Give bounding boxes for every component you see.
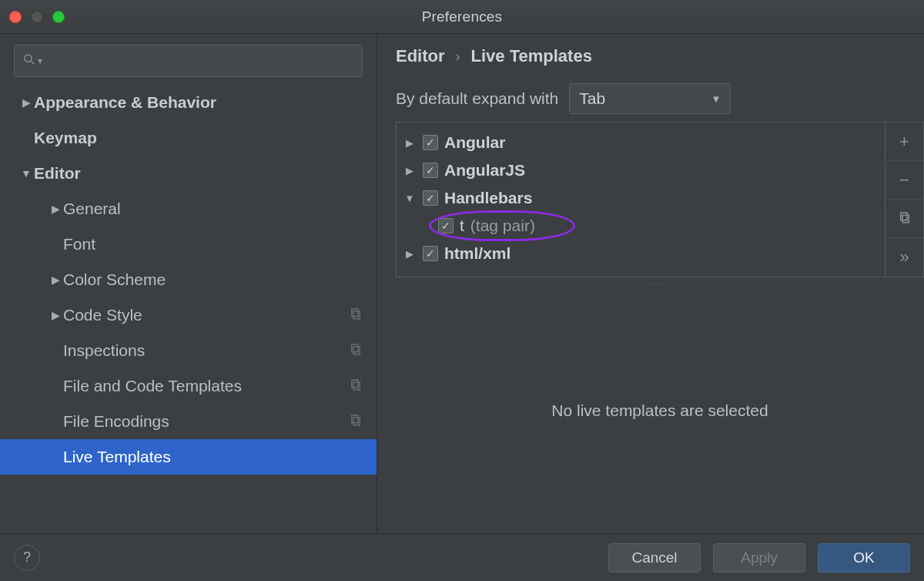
checkbox[interactable]: ✓ bbox=[423, 135, 438, 150]
breadcrumb-page: Live Templates bbox=[471, 46, 592, 66]
search-dropdown-icon[interactable]: ▾ bbox=[38, 55, 42, 66]
nav-item-code-style[interactable]: ▶Code Style bbox=[0, 297, 377, 333]
template-item-t[interactable]: ✓t (tag pair) bbox=[403, 212, 880, 240]
template-group-handlebars[interactable]: ▼✓Handlebars bbox=[403, 184, 880, 212]
scheme-icon bbox=[349, 306, 366, 324]
more-button[interactable]: » bbox=[886, 238, 923, 277]
disclosure-right-icon: ▶ bbox=[48, 274, 63, 286]
add-button[interactable]: + bbox=[886, 123, 923, 161]
checkbox[interactable]: ✓ bbox=[423, 246, 438, 261]
nav-item-label: Code Style bbox=[63, 306, 349, 324]
dialog-buttons: ? Cancel Apply OK bbox=[0, 533, 924, 581]
template-item-name: t bbox=[460, 217, 464, 235]
nav-item-inspections[interactable]: Inspections bbox=[0, 333, 377, 368]
settings-tree: ▶Appearance & BehaviorKeymap▼Editor▶Gene… bbox=[0, 85, 377, 533]
disclosure-right-icon: ▶ bbox=[403, 248, 417, 260]
template-group-angular[interactable]: ▶✓Angular bbox=[403, 129, 880, 156]
search-icon bbox=[22, 52, 36, 69]
nav-item-label: Keymap bbox=[34, 129, 366, 147]
sidebar: ▾ ▶Appearance & BehaviorKeymap▼Editor▶Ge… bbox=[0, 34, 377, 533]
template-group-angularjs[interactable]: ▶✓AngularJS bbox=[403, 156, 880, 184]
template-group-html-xml[interactable]: ▶✓html/xml bbox=[403, 240, 880, 267]
nav-item-label: File and Code Templates bbox=[63, 377, 349, 395]
svg-rect-6 bbox=[353, 382, 360, 390]
nav-item-label: Color Scheme bbox=[63, 270, 366, 289]
help-button[interactable]: ? bbox=[14, 545, 40, 571]
checkbox[interactable]: ✓ bbox=[438, 218, 454, 233]
nav-item-label: Appearance & Behavior bbox=[34, 93, 366, 112]
svg-point-0 bbox=[25, 55, 32, 62]
disclosure-right-icon: ▶ bbox=[48, 203, 63, 215]
checkbox[interactable]: ✓ bbox=[423, 190, 438, 206]
remove-button[interactable]: − bbox=[886, 161, 923, 200]
nav-item-font[interactable]: Font bbox=[0, 227, 377, 262]
window-title: Preferences bbox=[0, 8, 924, 25]
disclosure-right-icon: ▶ bbox=[48, 309, 63, 321]
content-pane: Editor › Live Templates By default expan… bbox=[377, 34, 924, 533]
breadcrumb-section[interactable]: Editor bbox=[396, 46, 445, 66]
template-item-desc: (tag pair) bbox=[470, 217, 535, 235]
templates-empty-message: No live templates are selected bbox=[396, 287, 924, 533]
disclosure-right-icon: ▶ bbox=[403, 165, 417, 176]
duplicate-button[interactable] bbox=[886, 200, 923, 238]
svg-rect-2 bbox=[353, 311, 360, 319]
nav-item-label: General bbox=[63, 200, 366, 218]
minimize-window-button[interactable] bbox=[31, 11, 43, 23]
disclosure-right-icon: ▶ bbox=[403, 137, 417, 149]
nav-item-keymap[interactable]: Keymap bbox=[0, 120, 377, 156]
template-group-label: Angular bbox=[444, 133, 505, 152]
close-window-button[interactable] bbox=[9, 11, 22, 23]
svg-rect-10 bbox=[902, 215, 909, 223]
apply-button[interactable]: Apply bbox=[713, 543, 805, 573]
expand-with-combo[interactable]: Tab ▼ bbox=[569, 83, 731, 114]
ok-button[interactable]: OK bbox=[818, 543, 910, 573]
templates-toolbar: + − » bbox=[886, 122, 924, 277]
nav-item-label: Live Templates bbox=[63, 448, 366, 466]
disclosure-down-icon: ▼ bbox=[403, 193, 417, 204]
nav-item-editor[interactable]: ▼Editor bbox=[0, 156, 377, 191]
templates-tree[interactable]: ▶✓Angular▶✓AngularJS▼✓Handlebars✓t (tag … bbox=[396, 122, 886, 277]
chevron-down-icon: ▼ bbox=[711, 93, 721, 105]
scheme-icon bbox=[349, 377, 366, 395]
cancel-button[interactable]: Cancel bbox=[608, 543, 701, 573]
titlebar: Preferences bbox=[0, 0, 924, 34]
scheme-icon bbox=[349, 341, 366, 360]
resize-grip-icon[interactable]: ∙∙∙∙∙ bbox=[396, 279, 924, 287]
nav-item-label: Editor bbox=[34, 164, 366, 183]
breadcrumb-separator-icon: › bbox=[456, 49, 460, 65]
expand-with-value: Tab bbox=[579, 89, 605, 108]
svg-rect-8 bbox=[353, 418, 360, 425]
svg-rect-11 bbox=[900, 213, 906, 220]
disclosure-right-icon: ▶ bbox=[18, 96, 34, 109]
breadcrumb: Editor › Live Templates bbox=[396, 46, 924, 66]
nav-item-file-encodings[interactable]: File Encodings bbox=[0, 404, 377, 439]
zoom-window-button[interactable] bbox=[52, 11, 65, 23]
nav-item-file-and-code-templates[interactable]: File and Code Templates bbox=[0, 368, 377, 404]
nav-item-live-templates[interactable]: Live Templates bbox=[0, 439, 377, 475]
nav-item-label: File Encodings bbox=[63, 412, 349, 431]
checkbox[interactable]: ✓ bbox=[423, 163, 438, 178]
nav-item-label: Inspections bbox=[63, 341, 349, 360]
nav-item-appearance-behavior[interactable]: ▶Appearance & Behavior bbox=[0, 85, 377, 120]
nav-item-label: Font bbox=[63, 235, 366, 254]
nav-item-color-scheme[interactable]: ▶Color Scheme bbox=[0, 262, 377, 297]
search-input[interactable]: ▾ bbox=[14, 45, 363, 77]
copy-icon bbox=[898, 209, 912, 229]
svg-rect-3 bbox=[352, 309, 358, 317]
nav-item-general[interactable]: ▶General bbox=[0, 191, 377, 227]
svg-rect-4 bbox=[353, 347, 360, 354]
template-group-label: html/xml bbox=[444, 244, 511, 263]
template-group-label: Handlebars bbox=[444, 189, 532, 207]
scheme-icon bbox=[349, 412, 366, 431]
svg-line-1 bbox=[31, 61, 34, 64]
svg-rect-5 bbox=[352, 344, 358, 352]
template-group-label: AngularJS bbox=[444, 161, 525, 180]
svg-rect-9 bbox=[352, 415, 358, 423]
svg-rect-7 bbox=[352, 380, 358, 388]
disclosure-down-icon: ▼ bbox=[18, 167, 34, 180]
expand-with-label: By default expand with bbox=[396, 89, 558, 108]
window-controls bbox=[9, 11, 65, 23]
